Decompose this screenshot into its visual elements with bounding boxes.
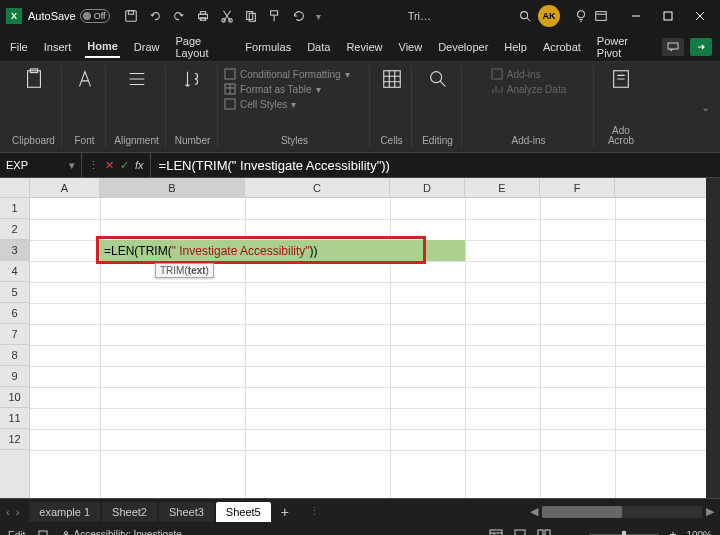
cell-styles-button[interactable]: Cell Styles ▾ — [224, 98, 350, 110]
tab-acrobat[interactable]: Acrobat — [541, 37, 583, 57]
col-header-f[interactable]: F — [540, 178, 615, 197]
window-controls — [622, 4, 714, 28]
hscroll-track[interactable] — [542, 506, 702, 518]
cut-icon[interactable] — [220, 9, 234, 23]
vertical-scrollbar[interactable] — [706, 198, 720, 498]
col-header-b[interactable]: B — [100, 178, 245, 197]
zoom-level[interactable]: 100% — [686, 530, 712, 536]
ribbon-collapse-icon[interactable]: ⌄ — [697, 66, 714, 148]
row-header-5[interactable]: 5 — [0, 282, 29, 303]
print-icon[interactable] — [196, 9, 210, 23]
select-all-corner[interactable] — [0, 178, 30, 197]
sheet-tab-sheet3[interactable]: Sheet3 — [159, 502, 214, 522]
number-icon[interactable] — [182, 68, 204, 90]
page-layout-view-icon[interactable] — [513, 529, 527, 535]
formula-bar-input[interactable]: =LEN(TRIM(" Investigate Accessibility")) — [151, 158, 398, 173]
row-header-1[interactable]: 1 — [0, 198, 29, 219]
editing-icon[interactable] — [427, 68, 449, 90]
col-header-e[interactable]: E — [465, 178, 540, 197]
row-header-10[interactable]: 10 — [0, 387, 29, 408]
font-label: Font — [74, 135, 94, 146]
row-header-2[interactable]: 2 — [0, 219, 29, 240]
conditional-formatting-button[interactable]: Conditional Formatting ▾ — [224, 68, 350, 80]
comments-button[interactable] — [662, 38, 684, 56]
tab-data[interactable]: Data — [305, 37, 332, 57]
sheet-nav-next-icon[interactable]: › — [16, 506, 20, 518]
refresh-icon[interactable] — [292, 9, 306, 23]
ribbon-display-icon[interactable] — [594, 9, 608, 23]
row-header-12[interactable]: 12 — [0, 429, 29, 450]
row-header-9[interactable]: 9 — [0, 366, 29, 387]
add-sheet-button[interactable]: + — [273, 504, 297, 520]
zoom-plus-icon[interactable]: + — [669, 528, 676, 535]
qat-dropdown-icon[interactable]: ▾ — [316, 11, 321, 22]
name-box-value: EXP — [6, 159, 28, 171]
close-button[interactable] — [686, 4, 714, 28]
analyze-data-button[interactable]: Analyze Data — [491, 83, 566, 95]
accessibility-status[interactable]: Accessibility: Investigate — [61, 529, 182, 535]
tab-power-pivot[interactable]: Power Pivot — [595, 31, 650, 63]
svg-rect-22 — [492, 69, 502, 79]
alignment-icon[interactable] — [126, 68, 148, 90]
hscroll-right-icon[interactable]: ▶ — [706, 505, 714, 518]
tab-developer[interactable]: Developer — [436, 37, 490, 57]
zoom-thumb[interactable] — [622, 531, 626, 536]
tab-insert[interactable]: Insert — [42, 37, 74, 57]
tab-formulas[interactable]: Formulas — [243, 37, 293, 57]
font-icon[interactable] — [74, 68, 96, 90]
tab-file[interactable]: File — [8, 37, 30, 57]
tab-home[interactable]: Home — [85, 36, 120, 58]
cancel-formula-icon[interactable]: ✕ — [105, 159, 114, 172]
sheet-tabs-divider-icon: ⋮ — [309, 505, 320, 518]
row-header-7[interactable]: 7 — [0, 324, 29, 345]
active-cell-b3[interactable]: =LEN(TRIM(" Investigate Accessibility")) — [100, 240, 322, 261]
row-header-4[interactable]: 4 — [0, 261, 29, 282]
tab-help[interactable]: Help — [502, 37, 529, 57]
col-header-c[interactable]: C — [245, 178, 390, 197]
copy-icon[interactable] — [244, 9, 258, 23]
cells-area[interactable]: =LEN(TRIM(" Investigate Accessibility"))… — [30, 198, 720, 498]
format-as-table-button[interactable]: Format as Table ▾ — [224, 83, 350, 95]
tab-draw[interactable]: Draw — [132, 37, 162, 57]
fx-icon[interactable]: fx — [135, 159, 144, 171]
undo-icon[interactable] — [148, 9, 162, 23]
lightbulb-icon[interactable] — [574, 9, 588, 23]
minimize-button[interactable] — [622, 4, 650, 28]
autosave-toggle[interactable]: AutoSave Off — [28, 9, 110, 23]
hscroll-left-icon[interactable]: ◀ — [530, 505, 538, 518]
row-header-3[interactable]: 3 — [0, 240, 29, 261]
name-box[interactable]: EXP ▾ — [0, 153, 82, 177]
save-icon[interactable] — [124, 9, 138, 23]
user-avatar[interactable]: AK — [538, 5, 560, 27]
redo-icon[interactable] — [172, 9, 186, 23]
acrobat-icon[interactable] — [610, 68, 632, 90]
sheet-nav-prev-icon[interactable]: ‹ — [6, 506, 10, 518]
tab-review[interactable]: Review — [344, 37, 384, 57]
toggle-track[interactable]: Off — [80, 9, 110, 23]
col-header-d[interactable]: D — [390, 178, 465, 197]
macro-record-icon[interactable] — [37, 529, 49, 535]
normal-view-icon[interactable] — [489, 529, 503, 535]
name-box-dropdown-icon[interactable]: ▾ — [69, 159, 75, 172]
clipboard-icon[interactable] — [23, 68, 45, 90]
row-header-11[interactable]: 11 — [0, 408, 29, 429]
share-button[interactable] — [690, 38, 712, 56]
addins-button[interactable]: Add-ins — [491, 68, 566, 80]
row-header-6[interactable]: 6 — [0, 303, 29, 324]
accept-formula-icon[interactable]: ✓ — [120, 159, 129, 172]
col-header-a[interactable]: A — [30, 178, 100, 197]
page-break-view-icon[interactable] — [537, 529, 551, 535]
tab-page-layout[interactable]: Page Layout — [173, 31, 231, 63]
row-header-8[interactable]: 8 — [0, 345, 29, 366]
maximize-button[interactable] — [654, 4, 682, 28]
format-painter-icon[interactable] — [268, 9, 282, 23]
tab-view[interactable]: View — [397, 37, 425, 57]
hscroll-thumb[interactable] — [542, 506, 622, 518]
sheet-tab-sheet5[interactable]: Sheet5 — [216, 502, 271, 522]
sheet-tab-example1[interactable]: example 1 — [29, 502, 100, 522]
cells-icon[interactable] — [381, 68, 403, 90]
search-icon[interactable] — [518, 9, 532, 23]
excel-icon: X — [6, 8, 22, 24]
autosave-state: Off — [94, 11, 106, 21]
sheet-tab-sheet2[interactable]: Sheet2 — [102, 502, 157, 522]
